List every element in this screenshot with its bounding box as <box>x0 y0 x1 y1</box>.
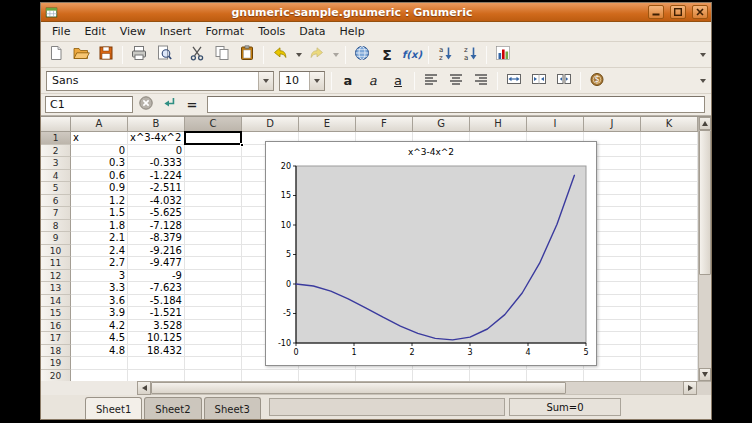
cell-A1[interactable]: x <box>71 132 128 145</box>
horizontal-scroll-thumb[interactable] <box>151 382 566 394</box>
cell-H20[interactable] <box>470 370 527 382</box>
cell-C14[interactable] <box>185 295 242 308</box>
grid-corner[interactable] <box>41 117 71 132</box>
paste-button[interactable] <box>235 43 259 67</box>
cell-A3[interactable]: 0.3 <box>71 157 128 170</box>
cell-B16[interactable]: 3.528 <box>128 320 185 333</box>
cell-B13[interactable]: -7.623 <box>128 282 185 295</box>
cell-J20[interactable] <box>584 370 641 382</box>
column-header-J[interactable]: J <box>584 117 641 132</box>
autosum-button[interactable]: Σ <box>375 43 399 67</box>
cell-B7[interactable]: -5.625 <box>128 207 185 220</box>
cell-C17[interactable] <box>185 332 242 345</box>
cell-C8[interactable] <box>185 220 242 233</box>
cell-K6[interactable] <box>641 195 698 208</box>
cell-C11[interactable] <box>185 257 242 270</box>
row-header-8[interactable]: 8 <box>41 220 71 233</box>
column-header-D[interactable]: D <box>242 117 299 132</box>
horizontal-scroll-track[interactable] <box>151 381 683 395</box>
row-header-6[interactable]: 6 <box>41 195 71 208</box>
cancel-edit-button[interactable] <box>136 95 156 115</box>
cell-C19[interactable] <box>185 357 242 370</box>
menu-data[interactable]: Data <box>292 23 332 41</box>
accept-edit-button[interactable] <box>159 95 179 115</box>
row-header-5[interactable]: 5 <box>41 182 71 195</box>
insert-hyperlink-button[interactable] <box>350 43 374 67</box>
cell-K18[interactable] <box>641 345 698 358</box>
row-header-19[interactable]: 19 <box>41 357 71 370</box>
menu-format[interactable]: Format <box>198 23 251 41</box>
menu-help[interactable]: Help <box>333 23 372 41</box>
bold-button[interactable]: a <box>336 69 360 93</box>
cell-B10[interactable]: -9.216 <box>128 245 185 258</box>
cell-C12[interactable] <box>185 270 242 283</box>
cell-B6[interactable]: -4.032 <box>128 195 185 208</box>
cell-B1[interactable]: x^3-4x^2 <box>128 132 185 145</box>
cell-B17[interactable]: 10.125 <box>128 332 185 345</box>
cell-C4[interactable] <box>185 170 242 183</box>
scroll-up-button[interactable] <box>699 117 711 130</box>
cell-B12[interactable]: -9 <box>128 270 185 283</box>
redo-button[interactable] <box>305 43 329 67</box>
scroll-right-button[interactable] <box>683 381 697 395</box>
cell-B3[interactable]: -0.333 <box>128 157 185 170</box>
cut-button[interactable] <box>185 43 209 67</box>
cell-F20[interactable] <box>356 370 413 382</box>
cell-E20[interactable] <box>299 370 356 382</box>
cell-A20[interactable] <box>71 370 128 382</box>
insert-function-button[interactable]: f(x) <box>400 43 424 67</box>
cell-A2[interactable]: 0 <box>71 145 128 158</box>
embedded-chart[interactable]: x^3-4x^2-10-505101520012345 <box>265 141 597 366</box>
cell-I20[interactable] <box>527 370 584 382</box>
cell-G20[interactable] <box>413 370 470 382</box>
row-header-14[interactable]: 14 <box>41 295 71 308</box>
cell-A17[interactable]: 4.5 <box>71 332 128 345</box>
cell-B11[interactable]: -9.477 <box>128 257 185 270</box>
column-header-F[interactable]: F <box>356 117 413 132</box>
toolbar-overflow-button[interactable] <box>697 43 708 67</box>
split-merged-cells-button[interactable] <box>552 69 576 93</box>
cell-K5[interactable] <box>641 182 698 195</box>
align-left-button[interactable] <box>419 69 443 93</box>
row-header-15[interactable]: 15 <box>41 307 71 320</box>
cell-C9[interactable] <box>185 232 242 245</box>
cell-A4[interactable]: 0.6 <box>71 170 128 183</box>
cell-B8[interactable]: -7.128 <box>128 220 185 233</box>
sort-descending-button[interactable]: za <box>458 43 482 67</box>
vertical-scroll-track[interactable] <box>699 275 711 368</box>
cell-B5[interactable]: -2.511 <box>128 182 185 195</box>
scroll-down-button[interactable] <box>699 368 711 381</box>
cell-K1[interactable] <box>641 132 698 145</box>
cell-B9[interactable]: -8.379 <box>128 232 185 245</box>
cell-K4[interactable] <box>641 170 698 183</box>
cell-C20[interactable] <box>185 370 242 382</box>
cell-K15[interactable] <box>641 307 698 320</box>
cell-B15[interactable]: -1.521 <box>128 307 185 320</box>
cell-A5[interactable]: 0.9 <box>71 182 128 195</box>
cell-B18[interactable]: 18.432 <box>128 345 185 358</box>
column-header-B[interactable]: B <box>128 117 185 132</box>
undo-dropdown-button[interactable] <box>293 43 304 67</box>
redo-dropdown-button[interactable] <box>330 43 341 67</box>
print-preview-button[interactable] <box>152 43 176 67</box>
row-header-3[interactable]: 3 <box>41 157 71 170</box>
cell-C2[interactable] <box>185 145 242 158</box>
cell-K3[interactable] <box>641 157 698 170</box>
align-center-button[interactable] <box>444 69 468 93</box>
menu-insert[interactable]: Insert <box>153 23 199 41</box>
undo-button[interactable] <box>268 43 292 67</box>
font-size-dropdown[interactable] <box>309 72 324 90</box>
align-right-button[interactable] <box>469 69 493 93</box>
underline-button[interactable]: a <box>386 69 410 93</box>
cell-C6[interactable] <box>185 195 242 208</box>
font-name-combo[interactable]: Sans <box>46 71 274 91</box>
cell-A7[interactable]: 1.5 <box>71 207 128 220</box>
cell-C13[interactable] <box>185 282 242 295</box>
row-header-16[interactable]: 16 <box>41 320 71 333</box>
copy-button[interactable] <box>210 43 234 67</box>
cell-C18[interactable] <box>185 345 242 358</box>
cell-C16[interactable] <box>185 320 242 333</box>
toolbar-overflow-button[interactable] <box>697 69 708 93</box>
cell-K14[interactable] <box>641 295 698 308</box>
insert-chart-button[interactable] <box>491 43 515 67</box>
